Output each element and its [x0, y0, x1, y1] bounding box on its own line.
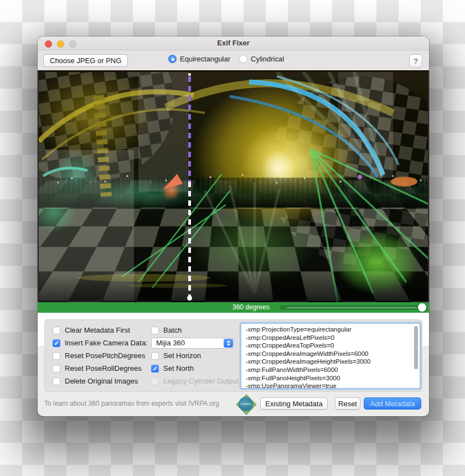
- slider-track-line: [287, 307, 417, 308]
- checkbox-label: Insert Fake Camera Data:: [65, 339, 148, 347]
- checkbox-set-north[interactable]: ✓ Set North: [151, 364, 194, 372]
- checkbox-icon[interactable]: [53, 352, 60, 360]
- radio-cylindrical-label: Cylindrical: [251, 55, 284, 63]
- toolbar: Choose JPEG or PNG Equirectangular Cylin…: [38, 50, 429, 70]
- checkbox-label: Legacy Cylinder Output: [163, 377, 239, 385]
- bottom-vignette: [39, 275, 428, 302]
- radio-equirectangular[interactable]: Equirectangular: [168, 55, 230, 63]
- checkbox-reset-posepitchdegrees[interactable]: Reset PosePitchDegrees: [53, 351, 151, 360]
- metadata-line: -xmp:CroppedAreaLeftPixels=0: [246, 334, 415, 342]
- transparency-checkerboard-background: Exif Fixer Choose JPEG or PNG Equirectan…: [0, 0, 465, 476]
- metadata-line: -xmp:CroppedAreaTopPixels=0: [246, 342, 415, 350]
- checkbox-label: Reset PoseRollDegrees: [65, 364, 142, 372]
- checkbox-label: Delete Original Images: [65, 377, 138, 385]
- slider-knob[interactable]: [418, 303, 426, 312]
- textarea-scrollbar[interactable]: [414, 326, 418, 369]
- checkbox-disabled-icon: [151, 377, 159, 385]
- checkbox-clear-metadata-first[interactable]: Clear Metadata First: [53, 326, 151, 334]
- metadata-line: -xmp:CroppedAreaImageHeightPixels=3000: [246, 358, 415, 366]
- checkbox-reset-poserolldegrees[interactable]: Reset PoseRollDegrees: [53, 364, 151, 372]
- checkbox-icon[interactable]: [53, 377, 60, 385]
- checkbox-label: Batch: [163, 326, 182, 334]
- projection-radio-group: Equirectangular Cylindrical: [168, 55, 284, 63]
- metadata-output-textarea[interactable]: -xmp:ProjectionType=equirectangular -xmp…: [241, 324, 420, 388]
- camera-model-dropdown[interactable]: Mijia 360: [151, 338, 234, 349]
- metadata-line: -xmp:ProjectionType=equirectangular: [246, 325, 415, 334]
- exif-fixer-window: Exif Fixer Choose JPEG or PNG Equirectan…: [38, 37, 429, 416]
- radio-selected-icon[interactable]: [168, 55, 177, 63]
- dropdown-stepper-icon[interactable]: [224, 339, 233, 348]
- checkbox-label: Clear Metadata First: [65, 326, 130, 334]
- north-line-bottom-dot: [187, 296, 192, 301]
- choose-file-button[interactable]: Choose JPEG or PNG: [43, 54, 128, 67]
- checkbox-icon[interactable]: [53, 327, 60, 334]
- panorama-preview: [38, 70, 429, 302]
- reset-button[interactable]: Reset: [335, 397, 360, 410]
- metadata-line: -xmp:FullPanoHeightPixels=3000: [246, 374, 415, 382]
- checkbox-checked-icon[interactable]: ✓: [53, 339, 60, 347]
- dropdown-value: Mijia 360: [152, 339, 185, 347]
- help-button[interactable]: ?: [409, 54, 422, 68]
- north-line-top-dot: [188, 73, 191, 76]
- checkbox-icon[interactable]: [151, 327, 159, 334]
- existing-metadata-button[interactable]: Existing Metadata: [260, 397, 328, 410]
- checkbox-legacy-cylinder-output: Legacy Cylinder Output: [151, 377, 239, 385]
- checkbox-icon[interactable]: [151, 352, 159, 360]
- north-line-purple-dashes: [188, 76, 191, 182]
- metadata-line: -xmp:UsePanoramaViewer=true: [246, 382, 415, 388]
- titlebar[interactable]: Exif Fixer: [38, 37, 429, 50]
- ivrpa-logo[interactable]: IVRPA: [236, 395, 255, 413]
- checkbox-set-horizon[interactable]: Set Horizon: [151, 351, 201, 360]
- slider-value-label: 360 degrees: [232, 303, 270, 311]
- north-line-white-dashes: [188, 182, 191, 296]
- radio-cylindrical[interactable]: Cylindrical: [239, 55, 284, 63]
- metadata-line: -xmp:FullPanoWidthPixels=6000: [246, 366, 415, 374]
- checkbox-batch[interactable]: Batch: [151, 326, 182, 334]
- checkbox-label: Set Horizon: [163, 351, 201, 360]
- checkbox-label: Set North: [163, 364, 194, 372]
- checkbox-label: Reset PosePitchDegrees: [65, 351, 145, 360]
- logo-text: IVRPA: [240, 402, 251, 406]
- light-beams: [39, 72, 429, 302]
- footer-info-text: To learn about 360 panoramas from expert…: [44, 400, 219, 407]
- checkbox-delete-original-images[interactable]: Delete Original Images: [53, 377, 151, 385]
- checkbox-checked-icon[interactable]: ✓: [151, 365, 159, 372]
- radio-equirectangular-label: Equirectangular: [180, 55, 230, 63]
- logo-circle-icon: IVRPA: [239, 397, 253, 411]
- add-metadata-button[interactable]: Add Metadata: [364, 397, 421, 410]
- window-title: Exif Fixer: [38, 39, 429, 47]
- options-panel: Clear Metadata First Batch ✓ Insert Fake…: [44, 319, 422, 392]
- degrees-slider[interactable]: 360 degrees: [38, 302, 429, 313]
- metadata-line: -xmp:CroppedAreaImageWidthPixels=6000: [246, 350, 415, 358]
- radio-unselected-icon[interactable]: [239, 55, 247, 63]
- north-line: [188, 73, 191, 301]
- checkbox-insert-fake-camera-data[interactable]: ✓ Insert Fake Camera Data:: [53, 339, 151, 347]
- checkbox-icon[interactable]: [53, 365, 60, 372]
